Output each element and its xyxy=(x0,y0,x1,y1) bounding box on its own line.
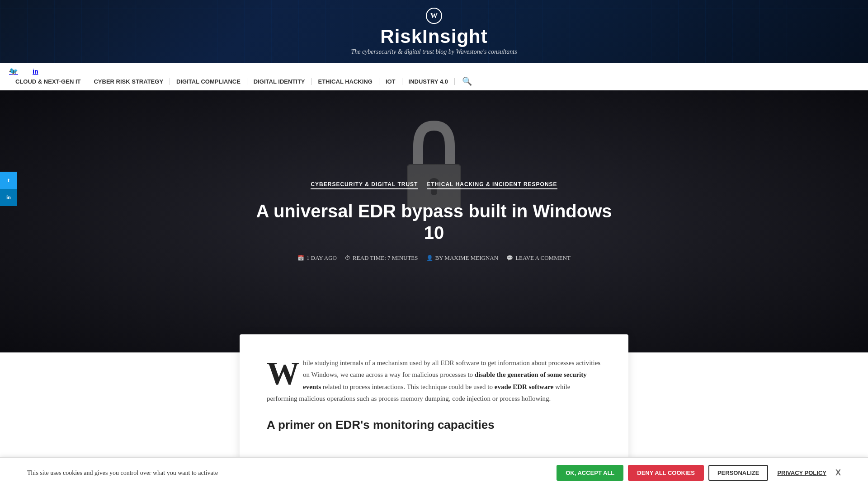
article-read-time: ⏱ READ TIME: 7 MINUTES xyxy=(345,254,418,262)
hero-section: CYBERSECURITY & DIGITAL TRUST ETHICAL HA… xyxy=(0,90,868,352)
share-twitter-button[interactable]: t xyxy=(0,172,17,189)
bold-text-2: evade EDR software xyxy=(495,383,554,390)
search-icon[interactable]: 🔍 xyxy=(462,76,472,86)
article-author: 👤 BY MAXIME MEIGNAN xyxy=(426,254,499,262)
linkedin-nav-link[interactable]: in xyxy=(33,68,38,75)
social-sidebar: t in xyxy=(0,172,17,206)
nav-digital-compliance[interactable]: DIGITAL COMPLIANCE xyxy=(170,78,247,85)
nav-digital-identity[interactable]: DIGITAL IDENTITY xyxy=(247,78,312,85)
hero-categories: CYBERSECURITY & DIGITAL TRUST ETHICAL HA… xyxy=(253,181,615,189)
article-h2: A primer on EDR's monitoring capacities xyxy=(267,418,601,432)
article-section: W hile studying internals of a mechanism… xyxy=(0,352,868,459)
article-date: 📅 1 DAY AGO xyxy=(297,254,337,262)
category-cybersecurity[interactable]: CYBERSECURITY & DIGITAL TRUST xyxy=(311,181,418,189)
clock-icon: ⏱ xyxy=(345,255,350,262)
nav-ethical-hacking[interactable]: ETHICAL HACKING xyxy=(312,78,379,85)
cookie-bar: This site uses cookies and gives you con… xyxy=(0,457,868,459)
category-ethical-hacking[interactable]: ETHICAL HACKING & INCIDENT RESPONSE xyxy=(427,181,557,189)
linkedin-share-icon: in xyxy=(6,194,11,201)
nav-cyber-risk[interactable]: CYBER RISK STRATEGY xyxy=(87,78,170,85)
hero-content: CYBERSECURITY & DIGITAL TRUST ETHICAL HA… xyxy=(253,181,615,262)
calendar-icon: 📅 xyxy=(297,255,304,262)
fr-language-link[interactable]: • fr xyxy=(9,68,16,75)
article-comments[interactable]: 💬 LEAVE A COMMENT xyxy=(506,254,571,262)
site-header: W RiskInsight The cybersecurity & digita… xyxy=(0,0,868,63)
nav-cloud[interactable]: CLOUD & NEXT-GEN IT xyxy=(9,78,87,85)
header-content: W RiskInsight The cybersecurity & digita… xyxy=(351,8,517,56)
site-title[interactable]: RiskInsight xyxy=(351,26,517,47)
article-intro: W hile studying internals of a mechanism… xyxy=(267,357,601,404)
article-card: W hile studying internals of a mechanism… xyxy=(240,334,628,459)
comment-icon: 💬 xyxy=(506,255,513,262)
site-subtitle: The cybersecurity & digital trust blog b… xyxy=(351,48,517,56)
article-meta: 📅 1 DAY AGO ⏱ READ TIME: 7 MINUTES 👤 BY … xyxy=(253,254,615,262)
user-icon: 👤 xyxy=(426,255,433,262)
drop-cap: W xyxy=(267,361,299,387)
linkedin-icon: in xyxy=(33,68,38,75)
nav-top-row: 🐦 in xyxy=(0,63,868,76)
site-logo[interactable]: W xyxy=(426,8,442,24)
nav-iot[interactable]: IOT xyxy=(379,78,402,85)
twitter-share-icon: t xyxy=(8,177,9,184)
main-nav: 🐦 in • fr CLOUD & NEXT-GEN IT CYBER RISK… xyxy=(0,63,868,90)
nav-industry[interactable]: INDUSTRY 4.0 xyxy=(402,78,455,85)
share-linkedin-button[interactable]: in xyxy=(0,189,17,206)
article-title: A universal EDR bypass built in Windows … xyxy=(253,200,615,244)
